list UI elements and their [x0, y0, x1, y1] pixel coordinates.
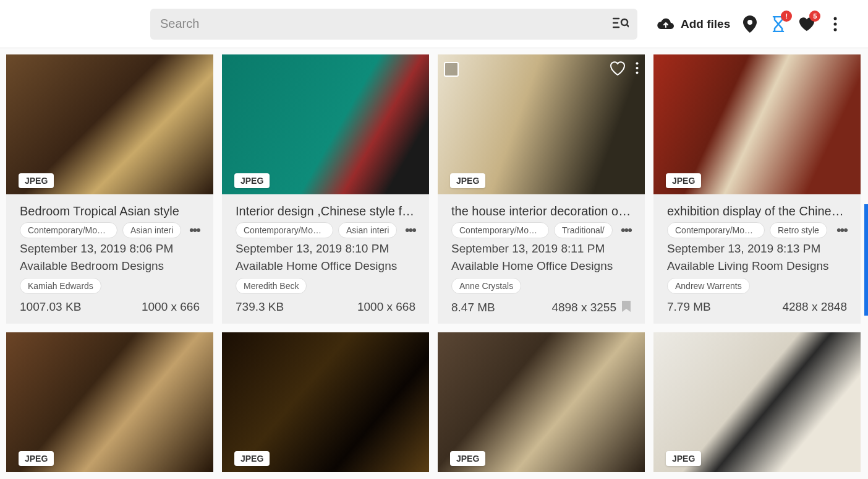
dimensions: 4898 x 3255: [551, 301, 616, 314]
format-badge: JPEG: [666, 173, 701, 188]
asset-thumbnail[interactable]: JPEG: [438, 54, 645, 194]
format-badge: JPEG: [666, 451, 701, 466]
svg-point-5: [636, 67, 639, 69]
search-box[interactable]: [150, 9, 637, 40]
file-size: 739.3 KB: [236, 300, 284, 314]
favorites-badge: 5: [809, 11, 820, 22]
file-size: 1007.03 KB: [20, 300, 81, 314]
asset-meta: Interior design ,Chinese style fo...Cont…: [222, 194, 429, 322]
asset-thumbnail[interactable]: JPEG: [222, 332, 429, 472]
bookmark-icon[interactable]: [621, 300, 631, 315]
thumbnail-actions: [610, 61, 639, 78]
asset-date: September 13, 2019 8:11 PM: [451, 242, 631, 256]
header: Add files ! 5: [0, 0, 868, 48]
asset-stats: 8.47 MB4898 x 3255: [451, 300, 631, 315]
more-tags-icon[interactable]: •••: [621, 222, 631, 238]
tag-chip[interactable]: Contemporary/Modern: [451, 222, 549, 238]
more-tags-icon[interactable]: •••: [836, 222, 847, 238]
asset-stats: 1007.03 KB1000 x 666: [20, 300, 200, 314]
author-chip[interactable]: Andrew Warrents: [667, 278, 750, 294]
search-input[interactable]: [160, 17, 613, 31]
tag-chip[interactable]: Contemporary/Modern: [20, 222, 117, 238]
asset-thumbnail[interactable]: JPEG: [653, 54, 861, 194]
svg-point-1: [834, 17, 837, 20]
asset-card[interactable]: JPEGthe house interior decoration of...C…: [438, 54, 645, 324]
tag-chip[interactable]: Asian interi: [122, 222, 181, 238]
format-badge: JPEG: [234, 451, 270, 466]
scroll-indicator[interactable]: [864, 204, 868, 316]
asset-thumbnail[interactable]: JPEG: [438, 332, 645, 472]
tag-chip[interactable]: Traditional/: [554, 222, 613, 238]
svg-point-6: [636, 72, 639, 74]
svg-point-2: [834, 22, 837, 25]
format-badge: JPEG: [234, 173, 270, 188]
asset-category: Available Home Office Designs: [451, 259, 631, 273]
hourglass-icon[interactable]: !: [770, 15, 787, 33]
tag-chip[interactable]: Contemporary/Modern: [667, 222, 765, 238]
asset-category: Available Home Office Designs: [236, 259, 415, 273]
format-badge: JPEG: [450, 451, 485, 466]
asset-meta: Bedroom Tropical Asian styleContemporary…: [6, 194, 213, 322]
asset-title: exhibition display of the Chines...: [667, 204, 847, 218]
asset-stats: 7.79 MB4288 x 2848: [667, 300, 847, 314]
tag-chip[interactable]: Retro style: [770, 222, 827, 238]
asset-title: Bedroom Tropical Asian style: [20, 204, 200, 218]
asset-date: September 13, 2019 8:13 PM: [667, 242, 847, 256]
hourglass-badge: !: [781, 11, 792, 22]
asset-card[interactable]: JPEG: [222, 332, 429, 472]
svg-point-4: [636, 63, 639, 65]
asset-category: Available Bedroom Designs: [20, 259, 200, 273]
add-files-button[interactable]: Add files: [657, 17, 730, 31]
asset-date: September 13, 2019 8:06 PM: [20, 242, 200, 256]
gallery-grid: JPEGBedroom Tropical Asian styleContempo…: [0, 48, 868, 478]
asset-card[interactable]: JPEG: [6, 332, 213, 472]
tag-chip-row: Contemporary/ModernRetro style•••: [667, 222, 847, 238]
add-files-label: Add files: [681, 17, 730, 31]
asset-thumbnail[interactable]: JPEG: [222, 54, 429, 194]
tag-chip-row: Contemporary/ModernAsian interi•••: [20, 222, 200, 238]
asset-title: Interior design ,Chinese style fo...: [236, 204, 415, 218]
select-checkbox[interactable]: [444, 62, 459, 77]
tag-chip[interactable]: Contemporary/Modern: [236, 222, 333, 238]
file-size: 8.47 MB: [451, 301, 495, 314]
favorites-icon[interactable]: 5: [798, 15, 815, 33]
dimensions: 4288 x 2848: [782, 300, 847, 314]
asset-card[interactable]: JPEGBedroom Tropical Asian styleContempo…: [6, 54, 213, 324]
author-chip[interactable]: Kamiah Edwards: [20, 278, 101, 294]
svg-point-3: [834, 28, 837, 31]
asset-meta: exhibition display of the Chines...Conte…: [653, 194, 861, 322]
asset-stats: 739.3 KB1000 x 668: [236, 300, 415, 314]
asset-thumbnail[interactable]: JPEG: [6, 54, 213, 194]
asset-meta: the house interior decoration of...Conte…: [438, 194, 645, 324]
author-chip[interactable]: Meredith Beck: [236, 278, 307, 294]
format-badge: JPEG: [19, 451, 54, 466]
format-badge: JPEG: [450, 173, 485, 188]
asset-title: the house interior decoration of...: [451, 204, 631, 218]
dimensions: 1000 x 666: [142, 300, 200, 314]
favorite-icon[interactable]: [610, 61, 626, 78]
asset-card[interactable]: JPEG: [653, 332, 861, 472]
tag-chip-row: Contemporary/ModernTraditional/•••: [451, 222, 631, 238]
asset-date: September 13, 2019 8:10 PM: [236, 242, 415, 256]
cloud-upload-icon: [657, 17, 674, 31]
asset-thumbnail[interactable]: JPEG: [653, 332, 861, 472]
thumbnail-overlay: [444, 61, 639, 78]
more-tags-icon[interactable]: •••: [405, 222, 415, 238]
tag-chip-row: Contemporary/ModernAsian interi•••: [236, 222, 415, 238]
author-chip[interactable]: Anne Crystals: [451, 278, 521, 294]
card-more-icon[interactable]: [636, 62, 639, 77]
dimensions: 1000 x 668: [357, 300, 415, 314]
location-icon[interactable]: [741, 15, 759, 33]
more-menu-icon[interactable]: [827, 15, 844, 33]
tag-chip[interactable]: Asian interi: [338, 222, 397, 238]
search-filter-icon[interactable]: [613, 17, 628, 32]
asset-thumbnail[interactable]: JPEG: [6, 332, 213, 472]
format-badge: JPEG: [19, 173, 54, 188]
file-size: 7.79 MB: [667, 300, 711, 314]
asset-card[interactable]: JPEG: [438, 332, 645, 472]
asset-card[interactable]: JPEGexhibition display of the Chines...C…: [653, 54, 861, 324]
asset-category: Available Living Room Designs: [667, 259, 847, 273]
more-tags-icon[interactable]: •••: [189, 222, 200, 238]
asset-card[interactable]: JPEGInterior design ,Chinese style fo...…: [222, 54, 429, 324]
